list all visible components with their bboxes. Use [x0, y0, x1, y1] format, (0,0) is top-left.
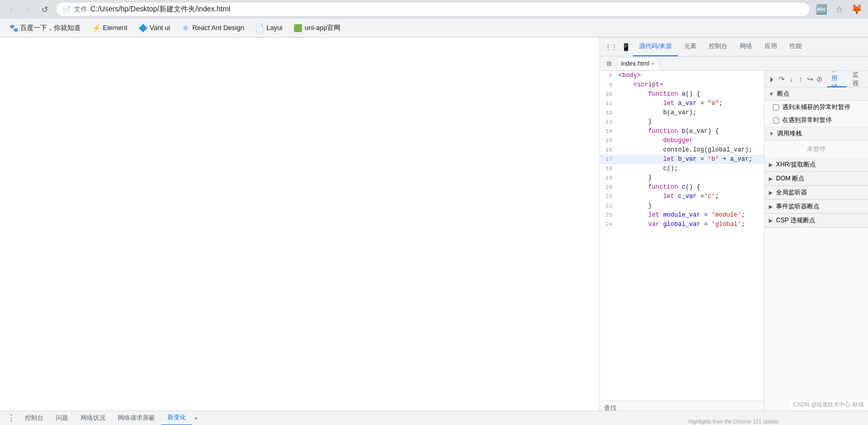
- code-line-12: 12 b(a_var);: [600, 108, 764, 117]
- tab-sources[interactable]: 源代码/来源: [633, 38, 678, 56]
- file-tab-index[interactable]: index.html ×: [616, 57, 659, 70]
- back-button[interactable]: ‹: [4, 2, 19, 17]
- caught-checkbox[interactable]: [773, 117, 779, 124]
- checkbox-uncaught: 遇到未捕获的异常时暂停: [765, 101, 868, 114]
- code-line-11: 11 let a_var = "a";: [600, 99, 764, 108]
- tab-network[interactable]: 网络: [734, 38, 758, 56]
- file-tab-close[interactable]: ×: [652, 61, 655, 67]
- tab-scope[interactable]: 作用域: [827, 71, 846, 87]
- breakpoints-label: 断点: [777, 89, 789, 98]
- bottom-close-btn[interactable]: ×: [192, 415, 199, 421]
- watermark: CSDN @瑞晟技术中心-耿瑞: [789, 400, 868, 409]
- bottom-tab-network-filter[interactable]: 网络请求屏蔽: [112, 411, 161, 426]
- bottom-more-icon[interactable]: ⋮: [4, 411, 19, 426]
- csp-label: CSP 违规断点: [776, 216, 815, 225]
- code-line-9: 9 <script>: [600, 80, 764, 89]
- file-icon: 📄: [63, 6, 71, 13]
- code-line-20: 20 function c() {: [600, 183, 764, 192]
- react-icon: ⚛: [181, 24, 190, 32]
- checkbox-caught: 在遇到异常时暂停: [765, 114, 868, 127]
- step-over-btn[interactable]: ↷: [778, 73, 785, 85]
- devtools-panel: ⋮⋮ 📱 源代码/来源 元素 控制台 网络 应用 性能 ⊞ index.html…: [599, 38, 868, 425]
- global-listener-header[interactable]: ▶ 全局监听器: [765, 186, 868, 200]
- translate-button[interactable]: 🔤: [814, 2, 829, 17]
- address-url: C:/Users/hp/Desktop/新建文件夹/index.html: [90, 5, 230, 14]
- bottom-tab-new[interactable]: 新变化: [161, 411, 192, 426]
- devtools-toolbar: ⋮⋮ 📱 源代码/来源 元素 控制台 网络 应用 性能: [600, 38, 868, 56]
- dom-triangle: ▶: [769, 176, 773, 181]
- bookmark-element[interactable]: ⚡ Element: [87, 22, 133, 34]
- event-listener-section: ▶ 事件监听器断点: [765, 200, 868, 214]
- xhr-section: ▶ XHR/提取断点: [765, 158, 868, 172]
- deactivate-btn[interactable]: ⊘: [816, 73, 823, 85]
- devtools-dock-icon[interactable]: ⋮⋮: [604, 40, 618, 54]
- breakpoints-triangle: ▼: [769, 91, 774, 97]
- code-line-24: 24 var global_var = 'global';: [600, 220, 764, 229]
- code-line-8: 8 <body>: [600, 71, 764, 80]
- call-stack-header[interactable]: ▼ 调用堆栈: [765, 127, 868, 141]
- bookmark-react[interactable]: ⚛ React Ant Design: [176, 22, 249, 34]
- event-listener-label: 事件监听器断点: [776, 202, 819, 211]
- global-listener-triangle: ▶: [769, 190, 773, 195]
- bottom-tab-network-conditions[interactable]: 网络状况: [74, 411, 112, 426]
- csp-triangle: ▶: [769, 218, 773, 223]
- code-pane: 8 <body> 9 <script> 10 function a() {: [600, 71, 765, 425]
- vant-icon: 🔷: [139, 24, 147, 32]
- event-listener-triangle: ▶: [769, 204, 773, 209]
- tab-application[interactable]: 应用: [758, 38, 783, 56]
- tab-console[interactable]: 控制台: [703, 38, 734, 56]
- baidu-label: 百度一下，你就知道: [20, 23, 81, 33]
- code-area[interactable]: 8 <body> 9 <script> 10 function a() {: [600, 71, 764, 401]
- profile-button[interactable]: 🦊: [849, 2, 864, 17]
- sidebar-toggle-icon[interactable]: ⊞: [604, 58, 614, 69]
- csp-section: ▶ CSP 违规断点: [765, 214, 868, 228]
- address-type: 文件: [74, 5, 87, 14]
- step-btn[interactable]: ↪: [807, 73, 814, 85]
- call-stack-triangle: ▼: [769, 131, 774, 136]
- file-tab-bar: ⊞ index.html ×: [600, 56, 868, 71]
- tab-watch[interactable]: 监视: [848, 71, 864, 87]
- react-label: React Ant Design: [192, 24, 244, 32]
- devtools-device-icon[interactable]: 📱: [618, 40, 633, 54]
- step-out-btn[interactable]: ↑: [797, 73, 804, 85]
- bookmark-button[interactable]: ☆: [832, 2, 846, 17]
- xhr-triangle: ▶: [769, 162, 773, 168]
- caught-label: 在遇到异常时暂停: [782, 116, 832, 125]
- call-stack-section: ▼ 调用堆栈 未暂停: [765, 127, 868, 158]
- csp-header[interactable]: ▶ CSP 违规断点: [765, 214, 868, 227]
- uniapp-icon: 🟩: [294, 24, 302, 32]
- uncaught-checkbox[interactable]: [773, 104, 779, 111]
- event-listener-header[interactable]: ▶ 事件监听器断点: [765, 200, 868, 214]
- code-line-14: 14 function b(a_var) {: [600, 127, 764, 136]
- code-line-10: 10 function a() {: [600, 89, 764, 99]
- bookmark-layui[interactable]: 📄 Layui: [251, 22, 288, 34]
- vant-label: Vant ui: [150, 24, 171, 32]
- pause-resume-btn[interactable]: ⏵: [769, 73, 776, 85]
- call-stack-label: 调用堆栈: [777, 129, 802, 138]
- tab-elements[interactable]: 元素: [678, 38, 703, 56]
- global-listener-label: 全局监听器: [776, 188, 807, 197]
- breakpoints-section: ▼ 断点 遇到未捕获的异常时暂停 在遇到异常时暂停: [765, 87, 868, 127]
- bookmark-vant[interactable]: 🔷 Vant ui: [134, 22, 176, 34]
- dom-label: DOM 断点: [776, 174, 804, 183]
- address-bar[interactable]: 📄 文件 C:/Users/hp/Desktop/新建文件夹/index.htm…: [56, 2, 810, 17]
- dom-header[interactable]: ▶ DOM 断点: [765, 172, 868, 186]
- bookmark-baidu[interactable]: 🐾 百度一下，你就知道: [4, 21, 86, 35]
- code-line-17: 17 let b_var = 'b' + a_var;: [600, 155, 764, 164]
- bookmark-uniapp[interactable]: 🟩 uni-app官网: [289, 21, 346, 35]
- not-paused-text: 未暂停: [765, 141, 868, 158]
- breakpoints-header[interactable]: ▼ 断点: [765, 87, 868, 101]
- xhr-header[interactable]: ▶ XHR/提取断点: [765, 158, 868, 172]
- code-line-21: 21 let c_var ='c';: [600, 192, 764, 201]
- bookmarks-bar: 🐾 百度一下，你就知道 ⚡ Element 🔷 Vant ui ⚛ React …: [0, 19, 868, 37]
- reload-button[interactable]: ↺: [37, 2, 52, 17]
- element-label: Element: [103, 24, 128, 32]
- bottom-tab-issues[interactable]: 问题: [50, 411, 74, 426]
- tab-performance[interactable]: 性能: [783, 38, 808, 56]
- devtools-main: 8 <body> 9 <script> 10 function a() {: [600, 71, 868, 425]
- step-into-btn[interactable]: ↓: [787, 73, 795, 85]
- forward-button[interactable]: ›: [21, 2, 35, 17]
- bottom-tab-console[interactable]: 控制台: [19, 411, 50, 426]
- code-line-22: 22 }: [600, 201, 764, 210]
- code-line-23: 23 let module_var = 'module';: [600, 210, 764, 220]
